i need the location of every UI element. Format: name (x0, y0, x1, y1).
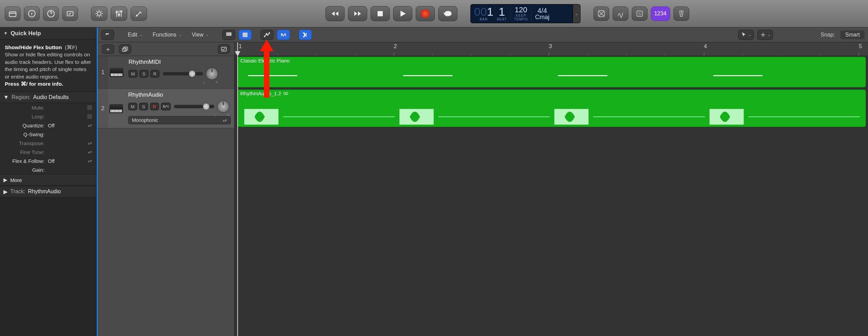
grid-view-button[interactable] (222, 30, 235, 40)
checkbox[interactable] (87, 114, 92, 119)
pan-knob[interactable] (217, 100, 229, 113)
stepper-arrows-icon[interactable]: ▴▾ (88, 150, 92, 154)
svg-rect-0 (9, 12, 16, 16)
quick-help-body: Show/Hide Flex button (⌘F) Show or hide … (0, 40, 97, 92)
timeline-area[interactable]: 12345 Classic Electric PianoRhythmAudio_… (235, 42, 868, 336)
track-header[interactable]: 1RhythmMIDIMSRLR (98, 56, 234, 89)
svg-rect-19 (243, 34, 248, 35)
count-in-button[interactable]: 1234 (651, 6, 670, 21)
regions-area[interactable]: Classic Electric PianoRhythmAudio_1.2 (235, 56, 868, 336)
region-more-header[interactable]: ▶ More (0, 174, 97, 186)
solo-button[interactable]: S (632, 6, 647, 21)
edit-menu[interactable]: Edit⌄ (124, 30, 146, 40)
stepper-arrows-icon[interactable]: ▴▾ (88, 123, 92, 128)
midi-note (248, 75, 297, 76)
waveform (705, 109, 860, 125)
stop-button[interactable] (371, 6, 390, 21)
track-number: 2 (98, 89, 108, 128)
flex-icon[interactable] (161, 103, 171, 110)
flex-mode-select[interactable]: Monophonic▴▾ (128, 116, 231, 124)
replace-mode-button[interactable] (593, 6, 609, 21)
help-button[interactable] (43, 6, 59, 21)
svg-rect-15 (227, 34, 228, 36)
region-param-row[interactable]: Mute: (0, 103, 97, 112)
mixer-button[interactable] (111, 6, 127, 21)
svg-rect-18 (243, 33, 248, 34)
region-param-row[interactable]: Transpose:▴▾ (0, 139, 97, 148)
disclosure-triangle-icon: ▶ (3, 177, 8, 183)
volume-slider[interactable] (163, 72, 203, 75)
track-name[interactable]: RhythmAudio (128, 92, 231, 98)
record-enable-button[interactable]: R (150, 70, 159, 78)
cycle-button[interactable] (438, 6, 457, 21)
bar-ruler[interactable]: 12345 (235, 42, 868, 56)
mute-button[interactable]: M (128, 103, 137, 110)
view-menu[interactable]: View⌄ (188, 30, 212, 40)
ruler-bar-number: 5 (859, 43, 862, 50)
track-icon[interactable] (108, 89, 125, 128)
stepper-arrows-icon[interactable]: ▴▾ (88, 141, 92, 145)
lcd-sig: 4/4 (537, 7, 547, 14)
inspector-button[interactable] (24, 6, 40, 21)
checkbox[interactable] (87, 105, 92, 110)
snap-value[interactable]: Smart (840, 30, 865, 39)
solo-button[interactable]: S (139, 70, 148, 78)
lcd-tempo: 120 (515, 6, 528, 14)
region-param-row[interactable]: Q-Swing: (0, 130, 97, 139)
region-param-row[interactable]: Flex & Follow:Off▴▾ (0, 156, 97, 165)
catch-playhead-button[interactable] (299, 30, 312, 40)
duplicate-track-button[interactable] (119, 44, 131, 54)
flex-button[interactable] (277, 30, 290, 40)
region-param-row[interactable]: Fine Tune:▴▾ (0, 148, 97, 156)
stepper-arrows-icon[interactable]: ▴▾ (88, 158, 92, 163)
svg-point-22 (266, 33, 267, 34)
volume-slider[interactable] (174, 105, 214, 108)
record-enable-button[interactable]: R (150, 103, 159, 110)
track-inspector-header[interactable]: ▶ Track: RhythmAudio (0, 186, 97, 197)
track-number: 1 (98, 56, 108, 88)
track-name[interactable]: RhythmMIDI (129, 59, 231, 66)
svg-point-21 (264, 36, 265, 37)
library-button[interactable] (5, 6, 21, 21)
region-param-row[interactable]: Gain: (0, 165, 97, 174)
solo-button[interactable]: S (139, 103, 148, 110)
editors-button[interactable] (131, 6, 147, 21)
lcd-display[interactable]: 001 BAR 1 BEAT 120 KEEP TEMPO 4/4 Cmaj ⌄ (470, 4, 580, 23)
low-latency-button[interactable] (613, 6, 628, 21)
metronome-button[interactable] (673, 6, 689, 21)
quick-help-header[interactable]: ▼ Quick Help (0, 27, 97, 40)
mute-button[interactable]: M (129, 70, 137, 78)
snap-label: Snap: (821, 32, 835, 38)
track-icon[interactable] (108, 56, 125, 88)
lcd-bar-label: BAR (480, 17, 488, 21)
pan-knob[interactable] (206, 68, 218, 80)
waveform (395, 109, 550, 125)
toolbar-toggle-button[interactable] (62, 6, 78, 21)
smart-controls-button[interactable] (91, 6, 107, 21)
alt-tool[interactable]: ⌄ (757, 30, 773, 40)
record-button[interactable] (416, 6, 435, 21)
track-header[interactable]: 2RhythmAudioMSRLRMonophonic▴▾ (98, 89, 234, 128)
midi-region[interactable]: Classic Electric Piano (237, 57, 866, 87)
svg-text:S: S (638, 11, 641, 16)
playhead[interactable] (237, 42, 238, 336)
pointer-tool[interactable]: ⌄ (738, 30, 754, 40)
forward-button[interactable] (348, 6, 367, 21)
global-tracks-button[interactable] (218, 44, 230, 54)
back-button[interactable] (101, 30, 114, 40)
list-view-button[interactable] (239, 30, 252, 40)
waveform (240, 109, 395, 125)
play-button[interactable] (393, 6, 412, 21)
region-param-row[interactable]: Loop: (0, 112, 97, 121)
tracks-menu-bar: Edit⌄ Functions⌄ View⌄ ⌄ ⌄ Snap: Smart (98, 27, 868, 42)
automation-button[interactable] (261, 30, 273, 40)
rewind-button[interactable] (325, 6, 345, 21)
functions-menu[interactable]: Functions⌄ (149, 30, 185, 40)
lcd-popup-button[interactable]: ⌄ (573, 4, 580, 23)
region-inspector-header[interactable]: ▼ Region: Audio Defaults (0, 92, 97, 103)
add-track-button[interactable]: ＋ (102, 44, 114, 54)
region-param-row[interactable]: Quantize:Off▴▾ (0, 121, 97, 130)
audio-region[interactable]: RhythmAudio_1.2 (237, 89, 866, 127)
tracks-area: Edit⌄ Functions⌄ View⌄ ⌄ ⌄ Snap: Smart ＋ (98, 27, 868, 336)
midi-note (558, 75, 607, 76)
